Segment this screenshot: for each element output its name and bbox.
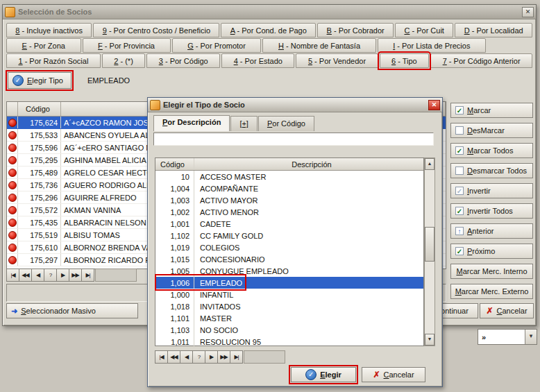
nav-button-3[interactable]: ?: [192, 350, 205, 364]
type-row[interactable]: 1,005CONYUGUE EMPLEADO: [155, 265, 423, 277]
tab-c-por-cuit[interactable]: C - Por Cuit: [395, 23, 453, 37]
type-row[interactable]: 1,103NO SOCIO: [155, 324, 423, 336]
tab-7-por-c-digo-anterior[interactable]: 7 - Por Código Anterior: [430, 53, 532, 68]
pr-ximo-button[interactable]: ✓Próximo: [450, 244, 533, 259]
desmarcar-todos-button[interactable]: Desmarcar Todos: [450, 163, 533, 178]
record-icon-cell: [7, 142, 18, 153]
bottom-dropdown[interactable]: » ▾: [478, 329, 537, 345]
app-icon: [5, 7, 15, 17]
marcar-merc-interno-button[interactable]: Marcar Merc. Interno: [450, 264, 533, 279]
type-code: 1,011: [155, 336, 194, 348]
scrollbar-track[interactable]: [425, 170, 434, 334]
action-button-label: Invertir: [467, 187, 491, 195]
type-row[interactable]: 1,004ACOMPAÑANTE: [155, 182, 423, 194]
dropdown-value: »: [478, 333, 525, 341]
type-row[interactable]: 1,102CC FAMILY GOLD: [155, 230, 423, 241]
dialog-tab-por-descripci-n[interactable]: Por Descripción: [153, 115, 230, 131]
nav-button-5[interactable]: ▶▶: [69, 269, 82, 282]
nav-filler: [95, 269, 137, 282]
tab-9-por-centro-costo-beneficio[interactable]: 9 - Por Centro Costo / Beneficio: [93, 23, 219, 37]
tab-3-por-c-digo[interactable]: 3 - Por Código: [146, 53, 220, 68]
scroll-down-icon[interactable]: ▼: [425, 334, 434, 346]
nav-button-6[interactable]: ▶|: [81, 269, 94, 282]
type-row[interactable]: 10ACCESO MASTER: [155, 171, 423, 182]
nav-button-4[interactable]: ▶: [205, 350, 218, 364]
nav-button-3[interactable]: ?: [44, 269, 57, 282]
tab-b-por-cobrador[interactable]: B - Por Cobrador: [317, 23, 394, 37]
type-row[interactable]: 1,015CONCESIONARIO: [155, 253, 423, 265]
tab-f-por-provincia[interactable]: F - Por Provincia: [83, 38, 171, 53]
type-row[interactable]: 1,101MASTER: [155, 312, 423, 324]
dialog-tab-item[interactable]: [+]: [230, 116, 258, 131]
selected-type-label: EMPLEADO: [87, 72, 130, 89]
dialog-cancel-button[interactable]: ✗ Cancelar: [362, 367, 425, 382]
nav-button-2[interactable]: ◀: [31, 269, 44, 282]
choose-type-button[interactable]: ✓ Elegir Tipo: [8, 72, 71, 89]
marcar-merc-externo-button[interactable]: Marcar Merc. Externo: [450, 284, 533, 299]
type-row[interactable]: 1,000INFANTIL: [155, 289, 423, 300]
nav-button-0[interactable]: |◀: [6, 269, 19, 282]
chevron-down-icon[interactable]: ▾: [525, 330, 537, 344]
marcar-todos-button[interactable]: ✓Marcar Todos: [450, 143, 533, 158]
tab-4-por-estado[interactable]: 4 - Por Estado: [221, 53, 294, 68]
window-title: Selección de Socios: [18, 8, 519, 16]
scrollbar[interactable]: ▲ ▼: [424, 157, 435, 346]
type-description: EMPLEADO: [194, 277, 423, 289]
type-description: MASTER: [194, 312, 423, 324]
dialog-tab-por-c-digo[interactable]: Por Código: [258, 116, 314, 131]
close-icon[interactable]: ✕: [522, 7, 534, 17]
type-row[interactable]: 1,003ACTIVO MAYOR: [155, 194, 423, 206]
invertir-button[interactable]: ✓Invertir: [450, 183, 533, 198]
nav-filler: [244, 350, 285, 364]
cancel-button[interactable]: ✗ Cancelar: [480, 303, 534, 318]
scrollbar-thumb[interactable]: [425, 227, 434, 262]
arrow-up-icon: ↑: [455, 227, 464, 235]
nav-button-5[interactable]: ▶▶: [217, 350, 230, 364]
mass-selector-button[interactable]: ➜ Seleccionador Masivo: [6, 303, 138, 318]
type-row[interactable]: 1,001CADETE: [155, 218, 423, 230]
nav-button-1[interactable]: ◀◀: [167, 350, 180, 364]
dialog-close-icon[interactable]: ✕: [428, 100, 440, 110]
nav-button-0[interactable]: |◀: [155, 350, 168, 364]
record-icon-cell: [7, 117, 18, 128]
filter-tabs-row-3: 1 - Por Razón Social2 - (*)3 - Por Códig…: [6, 53, 532, 68]
tab-8-incluye-inactivos[interactable]: 8 - Incluye inactivos: [6, 23, 92, 37]
type-row[interactable]: 1,018INVITADOS: [155, 300, 423, 312]
tab-h-nombre-de-fantas-a[interactable]: H - Nombre de Fantasía: [262, 38, 376, 53]
type-row[interactable]: 1,002ACTIVO MENOR: [155, 206, 423, 218]
record-dot-icon: [8, 256, 17, 264]
member-code: 175,572: [18, 204, 61, 216]
type-code: 1,003: [155, 194, 194, 206]
tab-i-por-lista-de-precios[interactable]: I - Por Lista de Precios: [378, 38, 486, 53]
tab-1-por-raz-n-social[interactable]: 1 - Por Razón Social: [6, 53, 101, 68]
type-description: CC FAMILY GOLD: [194, 230, 423, 241]
record-dot-icon: [8, 169, 17, 177]
search-input[interactable]: [153, 133, 434, 146]
type-code: 1,002: [155, 206, 194, 218]
header-code: Código: [18, 102, 61, 116]
nav-button-2[interactable]: ◀: [180, 350, 193, 364]
type-code: 1,005: [155, 265, 194, 277]
scroll-up-icon[interactable]: ▲: [425, 158, 434, 170]
tab-2[interactable]: 2 - (*): [102, 53, 145, 68]
type-row[interactable]: 1,011RESOLUCION 95: [155, 336, 423, 348]
type-description: CADETE: [194, 218, 423, 230]
anterior-button[interactable]: ↑Anterior: [450, 223, 533, 239]
desmarcar-button[interactable]: DesMarcar: [450, 123, 533, 138]
type-code: 1,103: [155, 324, 194, 336]
nav-button-4[interactable]: ▶: [56, 269, 69, 282]
header-type-code: Código: [155, 158, 194, 170]
tab-5-por-vendedor[interactable]: 5 - Por Vendedor: [296, 53, 378, 68]
nav-button-6[interactable]: ▶|: [230, 350, 243, 364]
tab-e-por-zona[interactable]: E - Por Zona: [6, 38, 81, 53]
invertir-todos-button[interactable]: ✓Invertir Todos: [450, 203, 533, 219]
tab-d-por-localidad[interactable]: D - Por Localidad: [455, 23, 532, 37]
choose-button[interactable]: ✓ Elegir: [291, 367, 356, 382]
type-row[interactable]: 1,006EMPLEADO: [155, 277, 423, 289]
type-row[interactable]: 1,019COLEGIOS: [155, 241, 423, 253]
tab-6-tipo[interactable]: 6 - Tipo: [380, 53, 430, 68]
tab-g-por-promotor[interactable]: G - Por Promotor: [172, 38, 262, 53]
nav-button-1[interactable]: ◀◀: [19, 269, 32, 282]
tab-a-por-cond-de-pago[interactable]: A - Por Cond. de Pago: [221, 23, 316, 37]
marcar-button[interactable]: ✓Marcar: [450, 103, 533, 118]
